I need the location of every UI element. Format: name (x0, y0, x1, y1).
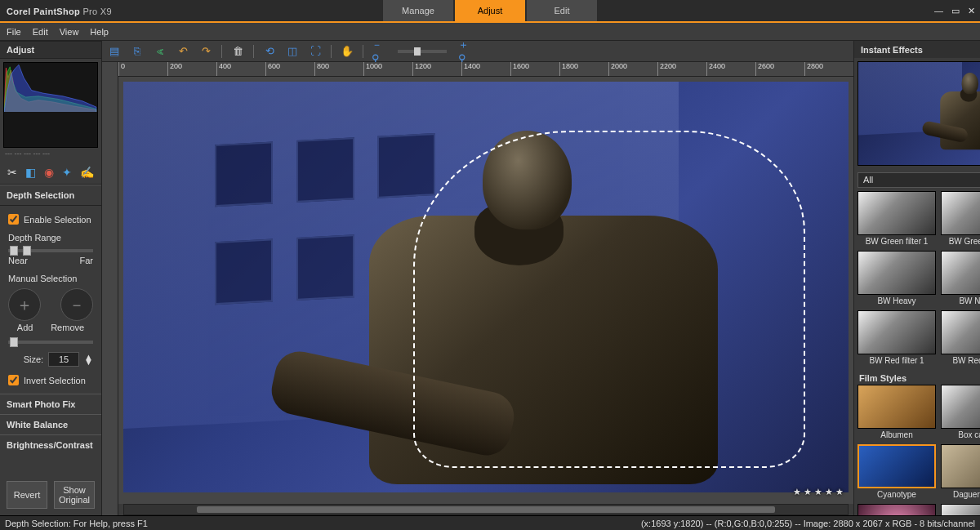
undo-icon[interactable]: ↶ (176, 44, 190, 59)
depth-range-slider[interactable] (8, 249, 93, 252)
depth-range-near-thumb[interactable] (10, 246, 18, 256)
thumb-cyanotype[interactable]: Cyanotype (858, 444, 936, 502)
histogram[interactable] (3, 62, 98, 148)
actual-size-icon[interactable]: ◫ (285, 44, 300, 59)
manual-add-button[interactable]: ＋ (8, 288, 41, 321)
tab-manage[interactable]: Manage (383, 0, 453, 21)
pan-icon[interactable]: ✋ (340, 44, 354, 59)
thumb-bw-red-1[interactable]: BW Red filter 1 (858, 310, 936, 368)
share-icon[interactable]: ⪡ (153, 44, 167, 59)
depth-near-label: Near (8, 256, 28, 265)
thumb-extra-1[interactable] (858, 504, 936, 515)
clone-icon[interactable]: ✍ (80, 166, 94, 179)
effects-category-dropdown[interactable]: All (858, 172, 980, 188)
straighten-icon[interactable]: ◧ (25, 166, 36, 179)
save-as-icon[interactable]: ⎘ (130, 44, 145, 59)
save-icon[interactable]: ▤ (107, 44, 122, 59)
redeye-icon[interactable]: ◉ (44, 166, 54, 179)
histogram-ticks: --- --- --- --- --- (0, 149, 101, 158)
image-preview (123, 82, 849, 492)
enable-selection-checkbox[interactable]: Enable Selection (8, 211, 93, 228)
star-icon[interactable]: ★ (814, 487, 822, 497)
adjust-panel-title[interactable]: Adjust (0, 41, 101, 59)
restore-icon[interactable]: ▭ (951, 6, 960, 16)
thumb-bw-green-1[interactable]: BW Green filter 1 (858, 191, 936, 249)
manual-remove-button[interactable]: － (60, 288, 93, 321)
depth-range-far-thumb[interactable] (23, 246, 31, 256)
adjust-tool-strip: ✂ ◧ ◉ ✦ ✍ (0, 161, 101, 185)
manual-add-label: Add (17, 323, 33, 332)
thumb-albumen[interactable]: Albumen (858, 385, 936, 443)
status-image-info: (x:1693 y:1820) -- (R:0,G:0,B:0,0:255) -… (641, 519, 975, 528)
fit-screen-icon[interactable]: ⛶ (308, 44, 323, 59)
menu-help[interactable]: Help (90, 27, 109, 37)
makeover-icon[interactable]: ✦ (62, 166, 72, 179)
depth-selection-header[interactable]: Depth Selection (0, 185, 101, 206)
zoom-slider[interactable] (398, 50, 447, 53)
status-bar: Depth Selection: For Help, press F1 (x:1… (0, 515, 980, 530)
menu-bar: File Edit View Help (0, 23, 980, 41)
delete-icon[interactable]: 🗑 (230, 44, 245, 59)
brush-size-slider[interactable] (8, 341, 93, 344)
tab-edit[interactable]: Edit (527, 0, 597, 21)
manual-remove-label: Remove (51, 323, 84, 332)
thumb-daguerreotype[interactable]: Daguerreotype (941, 444, 980, 502)
menu-edit[interactable]: Edit (33, 27, 48, 37)
depth-range-label: Depth Range (8, 228, 93, 243)
instant-effects-panel: Instant Effects ▾ ◧ ✕ All BW Green filte… (853, 41, 980, 515)
close-icon[interactable]: ✕ (968, 6, 975, 16)
invert-selection-label: Invert Selection (24, 376, 86, 385)
smart-photo-fix-header[interactable]: Smart Photo Fix (0, 394, 101, 414)
title-bar: Corel PaintShop Pro X9 Manage Adjust Edi… (0, 0, 980, 21)
horizontal-ruler: 0200400600800100012001400160018002000220… (118, 62, 853, 77)
star-icon[interactable]: ★ (804, 487, 812, 497)
manual-selection-label: Manual Selection (8, 265, 93, 283)
invert-selection-input[interactable] (8, 375, 19, 385)
white-balance-header[interactable]: White Balance (0, 414, 101, 434)
minimize-icon[interactable]: — (934, 6, 943, 16)
crop-icon[interactable]: ✂ (7, 166, 17, 179)
toolbar: ▤ ⎘ ⪡ ↶ ↷ 🗑 ⟲ ◫ ⛶ ✋ －⚲ ＋⚲ (102, 41, 853, 62)
app-title: Corel PaintShop Pro X9 (0, 4, 112, 17)
rotate-left-icon[interactable]: ⟲ (262, 44, 277, 59)
enable-selection-input[interactable] (8, 214, 19, 225)
vertical-ruler (102, 62, 118, 515)
effect-preview (858, 61, 980, 166)
instant-effects-title: Instant Effects (861, 45, 923, 55)
status-help-text: Depth Selection: For Help, press F1 (5, 519, 148, 528)
star-icon[interactable]: ★ (825, 487, 833, 497)
horizontal-scrollbar[interactable] (123, 504, 849, 515)
mode-tabs: Manage Adjust Edit (382, 0, 598, 21)
zoom-in-icon[interactable]: ＋⚲ (458, 44, 473, 59)
show-original-button[interactable]: Show Original (54, 481, 95, 509)
star-icon[interactable]: ★ (793, 487, 801, 497)
thumb-bw-heavy[interactable]: BW Heavy (858, 251, 936, 309)
marching-ants-selection (413, 131, 805, 467)
zoom-out-icon[interactable]: －⚲ (372, 44, 386, 59)
rating-stars[interactable]: ★ ★ ★ ★ ★ (793, 487, 844, 497)
tab-adjust[interactable]: Adjust (455, 0, 525, 21)
menu-file[interactable]: File (7, 27, 21, 37)
size-label: Size: (24, 354, 43, 364)
canvas[interactable]: ★ ★ ★ ★ ★ (118, 77, 853, 504)
thumb-box-camera[interactable]: Box camera (941, 385, 980, 443)
thumb-extra-2[interactable] (941, 504, 980, 515)
redo-icon[interactable]: ↷ (198, 44, 213, 59)
invert-selection-checkbox[interactable]: Invert Selection (8, 372, 93, 389)
brightness-contrast-header[interactable]: Brightness/Contrast (0, 434, 101, 455)
enable-selection-label: Enable Selection (24, 215, 91, 225)
size-input[interactable] (48, 352, 79, 367)
size-spinner[interactable]: ▲▼ (84, 354, 93, 364)
depth-far-label: Far (80, 256, 94, 265)
revert-button[interactable]: Revert (7, 481, 47, 509)
film-styles-header: Film Styles (858, 370, 980, 385)
thumb-bw-green-2[interactable]: BW Green filter 2 (941, 191, 980, 249)
brush-size-thumb[interactable] (10, 337, 18, 347)
thumb-bw-red-2[interactable]: BW Red filter 2 (941, 310, 980, 368)
adjust-panel: Adjust --- --- --- --- --- ✂ ◧ ◉ ✦ ✍ Dep… (0, 41, 102, 515)
workspace: ▤ ⎘ ⪡ ↶ ↷ 🗑 ⟲ ◫ ⛶ ✋ －⚲ ＋⚲ 02004006008001… (102, 41, 853, 515)
menu-view[interactable]: View (60, 27, 79, 37)
thumb-bw-normal[interactable]: BW Normal (941, 251, 980, 309)
star-icon[interactable]: ★ (835, 487, 844, 497)
